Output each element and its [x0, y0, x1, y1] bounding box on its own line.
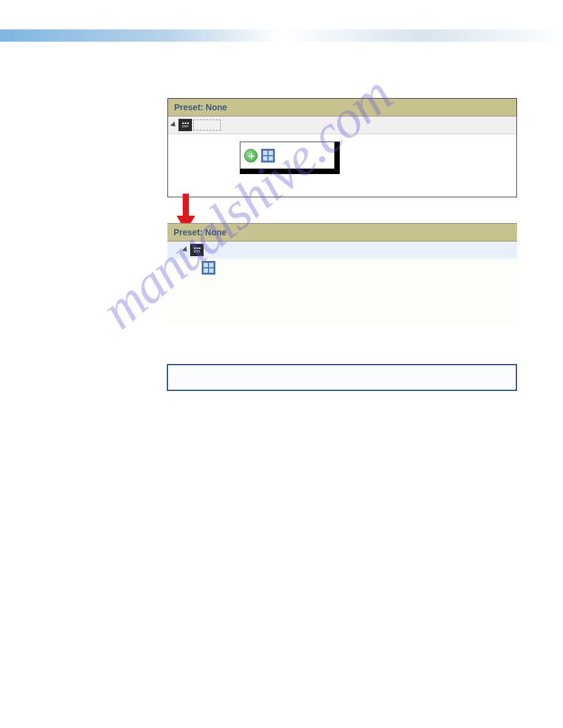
- tree-row[interactable]: DVI: [167, 241, 517, 259]
- expand-triangle-icon[interactable]: [170, 121, 177, 129]
- panel-header: Preset: None: [167, 223, 517, 241]
- tree-child-row[interactable]: [167, 259, 517, 277]
- context-menu: [240, 142, 335, 169]
- expand-triangle-icon[interactable]: [182, 246, 189, 254]
- panel-header: Preset: None: [168, 99, 516, 116]
- dvi-connector-icon: DVI: [178, 119, 192, 131]
- svg-rect-0: [183, 194, 189, 217]
- placeholder-box[interactable]: [193, 119, 221, 131]
- grid-layout-icon[interactable]: [261, 149, 275, 162]
- tree-row[interactable]: DVI: [168, 116, 516, 134]
- panel-before: Preset: None DVI: [167, 98, 517, 197]
- dvi-connector-icon: DVI: [190, 244, 204, 256]
- grid-layout-icon[interactable]: [202, 261, 215, 275]
- note-box: [167, 364, 517, 391]
- panel-after: Preset: None DVI: [167, 223, 517, 325]
- dvi-label: DVI: [194, 249, 200, 253]
- page-top-gradient: [0, 29, 563, 42]
- add-plus-icon: [244, 149, 258, 162]
- dvi-label: DVI: [182, 124, 188, 128]
